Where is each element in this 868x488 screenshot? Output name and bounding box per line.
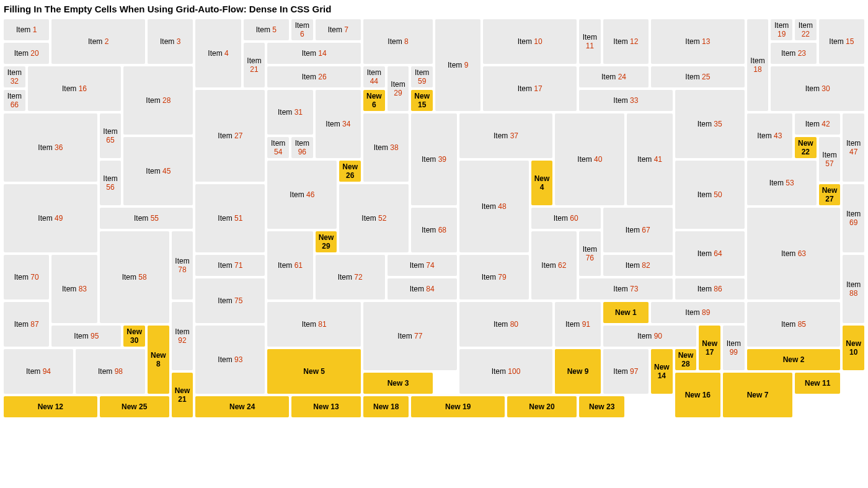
item-cell-50: Item 50 xyxy=(675,161,745,229)
item-cell-46: Item 46 xyxy=(267,161,337,229)
new-cell-13: New 13 xyxy=(291,396,361,417)
new-cell-17: New 17 xyxy=(699,326,720,370)
item-cell-22: Item 22 xyxy=(795,19,817,40)
item-cell-82: Item 82 xyxy=(603,255,673,276)
item-cell-55: Item 55 xyxy=(100,208,193,229)
item-cell-39: Item 39 xyxy=(411,113,456,205)
item-cell-59: Item 59 xyxy=(411,66,433,87)
new-cell-23: New 23 xyxy=(579,396,624,417)
item-cell-61: Item 61 xyxy=(267,231,312,299)
item-cell-83: Item 83 xyxy=(51,255,97,323)
item-cell-29: Item 29 xyxy=(388,66,409,111)
new-cell-7: New 7 xyxy=(723,373,792,417)
item-cell-52: Item 52 xyxy=(339,184,409,252)
new-cell-6: New 6 xyxy=(363,90,385,111)
new-cell-25: New 25 xyxy=(100,396,169,417)
item-cell-34: Item 34 xyxy=(316,90,361,158)
item-cell-18: Item 18 xyxy=(747,19,769,111)
item-cell-56: Item 56 xyxy=(100,161,122,205)
new-cell-1: New 1 xyxy=(603,302,649,323)
item-cell-66: Item 66 xyxy=(4,90,25,111)
item-cell-26: Item 26 xyxy=(267,66,361,87)
item-cell-43: Item 43 xyxy=(747,113,792,158)
item-cell-95: Item 95 xyxy=(51,326,121,347)
item-cell-53: Item 53 xyxy=(747,161,817,205)
item-cell-84: Item 84 xyxy=(388,278,457,299)
new-cell-2: New 2 xyxy=(747,349,841,370)
new-cell-29: New 29 xyxy=(316,231,337,252)
new-cell-26: New 26 xyxy=(339,161,361,182)
item-cell-33: Item 33 xyxy=(579,90,673,111)
new-cell-11: New 11 xyxy=(795,373,840,394)
item-cell-96: Item 96 xyxy=(291,137,313,158)
item-cell-27: Item 27 xyxy=(195,90,265,182)
css-grid-demo: Item 1Item 2Item 3Item 4Item 5Item 6Item… xyxy=(4,19,864,417)
item-cell-17: Item 17 xyxy=(483,66,577,111)
item-cell-94: Item 94 xyxy=(4,349,73,394)
item-cell-28: Item 28 xyxy=(123,66,193,135)
item-cell-81: Item 81 xyxy=(267,302,361,347)
item-cell-63: Item 63 xyxy=(747,208,841,299)
item-cell-69: Item 69 xyxy=(843,184,864,252)
item-cell-25: Item 25 xyxy=(651,66,745,87)
item-cell-48: Item 48 xyxy=(459,161,529,252)
item-cell-44: Item 44 xyxy=(363,66,385,87)
new-cell-14: New 14 xyxy=(651,349,673,394)
item-cell-78: Item 78 xyxy=(172,231,193,299)
item-cell-16: Item 16 xyxy=(28,66,122,111)
item-cell-93: Item 93 xyxy=(195,326,265,394)
new-cell-22: New 22 xyxy=(795,137,817,158)
item-cell-42: Item 42 xyxy=(795,113,840,135)
new-cell-12: New 12 xyxy=(4,396,97,417)
item-cell-49: Item 49 xyxy=(4,184,97,252)
item-cell-13: Item 13 xyxy=(651,19,745,64)
item-cell-7: Item 7 xyxy=(316,19,361,40)
item-cell-3: Item 3 xyxy=(148,19,193,64)
item-cell-67: Item 67 xyxy=(603,208,673,252)
item-cell-4: Item 4 xyxy=(195,19,241,87)
item-cell-98: Item 98 xyxy=(76,349,145,394)
item-cell-75: Item 75 xyxy=(195,278,265,323)
item-cell-57: Item 57 xyxy=(819,137,841,182)
new-cell-20: New 20 xyxy=(507,396,577,417)
new-cell-9: New 9 xyxy=(555,349,600,394)
item-cell-77: Item 77 xyxy=(363,302,457,370)
item-cell-38: Item 38 xyxy=(363,113,409,182)
new-cell-19: New 19 xyxy=(411,396,505,417)
item-cell-32: Item 32 xyxy=(4,66,25,87)
new-cell-8: New 8 xyxy=(148,326,169,394)
new-cell-27: New 27 xyxy=(819,184,841,205)
item-cell-36: Item 36 xyxy=(4,113,97,182)
item-cell-80: Item 80 xyxy=(459,302,553,347)
item-cell-10: Item 10 xyxy=(483,19,577,64)
item-cell-54: Item 54 xyxy=(267,137,289,158)
item-cell-99: Item 99 xyxy=(723,326,745,370)
item-cell-68: Item 68 xyxy=(411,208,456,252)
new-cell-24: New 24 xyxy=(195,396,289,417)
new-cell-4: New 4 xyxy=(531,161,553,205)
item-cell-72: Item 72 xyxy=(316,255,385,299)
new-cell-30: New 30 xyxy=(123,326,145,347)
item-cell-24: Item 24 xyxy=(579,66,649,87)
item-cell-58: Item 58 xyxy=(100,231,169,323)
item-cell-23: Item 23 xyxy=(771,43,816,64)
item-cell-76: Item 76 xyxy=(579,231,601,276)
new-cell-21: New 21 xyxy=(172,373,193,417)
item-cell-45: Item 45 xyxy=(123,137,193,205)
item-cell-100: Item 100 xyxy=(459,349,553,394)
item-cell-88: Item 88 xyxy=(843,255,864,323)
item-cell-74: Item 74 xyxy=(388,255,457,276)
new-cell-28: New 28 xyxy=(675,349,697,370)
item-cell-5: Item 5 xyxy=(244,19,289,40)
item-cell-35: Item 35 xyxy=(675,90,745,158)
item-cell-79: Item 79 xyxy=(459,255,529,299)
item-cell-2: Item 2 xyxy=(51,19,145,64)
item-cell-6: Item 6 xyxy=(291,19,313,40)
new-cell-16: New 16 xyxy=(675,373,720,417)
item-cell-73: Item 73 xyxy=(579,278,673,299)
new-cell-5: New 5 xyxy=(267,349,361,394)
item-cell-31: Item 31 xyxy=(267,90,312,135)
new-cell-3: New 3 xyxy=(363,373,433,394)
item-cell-41: Item 41 xyxy=(627,113,672,205)
item-cell-21: Item 21 xyxy=(244,43,265,87)
